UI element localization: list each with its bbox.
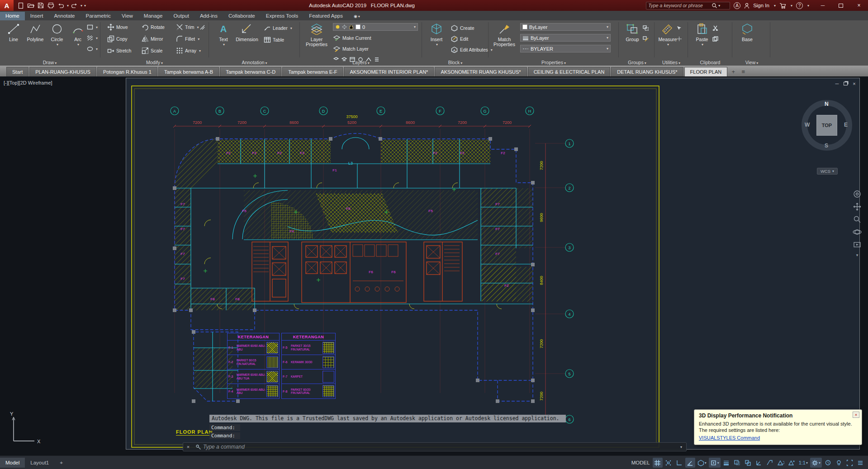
copy-clip-icon[interactable]	[712, 35, 718, 43]
search-input[interactable]	[648, 3, 711, 8]
polyline-button[interactable]: Polyline	[24, 22, 46, 42]
tab-addins[interactable]: Add-ins	[194, 12, 223, 20]
customization-menu-icon[interactable]	[855, 458, 865, 468]
navbar-menu-caret-icon[interactable]: ▾	[856, 253, 859, 257]
new-tab-button[interactable]: +	[728, 67, 738, 76]
tab-parametric[interactable]: Parametric	[81, 12, 117, 20]
annotation-panel-label[interactable]: Annotation▾	[210, 60, 299, 65]
annotation-scale-control[interactable]: 1:1▾	[797, 458, 809, 468]
scale-button[interactable]: Scale	[141, 47, 162, 55]
linetype-dropdown[interactable]: BYLAYER ▾	[520, 45, 611, 52]
recent-commands-caret-icon[interactable]: ▾	[676, 443, 686, 451]
cut-icon[interactable]	[712, 24, 718, 32]
group-edit-icon[interactable]	[642, 35, 649, 43]
block-panel-label[interactable]: Block▾	[423, 60, 487, 65]
arc-button[interactable]: Arc ▾	[67, 22, 89, 47]
file-tab[interactable]: Tampak berwarna A-B	[158, 67, 219, 76]
viewcube-south[interactable]: S	[825, 142, 828, 149]
app-logo-icon[interactable]: A	[0, 0, 14, 11]
file-tab[interactable]: Potongan R.Khusus 1	[97, 67, 157, 76]
lineweight-toggle-icon[interactable]	[721, 458, 731, 468]
tab-output[interactable]: Output	[168, 12, 194, 20]
sign-in-caret-icon[interactable]: ▾	[774, 4, 776, 8]
isodraft-icon[interactable]: ▾	[696, 458, 708, 468]
copy-button[interactable]: Copy	[107, 35, 128, 43]
measure-button[interactable]: Measure ▾	[657, 22, 678, 47]
groups-panel-label[interactable]: Groups▾	[620, 60, 654, 65]
commandline-customize-icon[interactable]	[193, 443, 203, 451]
viewcube-west[interactable]: W	[805, 122, 810, 128]
pan-icon[interactable]	[853, 202, 862, 213]
grid-toggle-icon[interactable]	[653, 458, 663, 468]
qat-menu-caret-icon[interactable]: ▾	[84, 4, 86, 8]
layers-panel-label[interactable]: Layers▾	[301, 60, 421, 65]
new-file-button[interactable]	[16, 1, 25, 9]
open-file-button[interactable]	[26, 1, 35, 9]
drawing-area[interactable]: 7200 7200 8600 5200 8600 7200 7200 37500…	[0, 76, 868, 455]
circle-button[interactable]: Circle ▾	[46, 22, 68, 47]
help-icon[interactable]: ?	[796, 2, 803, 9]
polar-tracking-icon[interactable]	[685, 458, 695, 468]
file-tab[interactable]: Tampak berwarna E-F	[282, 67, 343, 76]
file-tab-floor-plan[interactable]: FLOOR PLAN	[684, 67, 728, 76]
tab-list-button[interactable]: ≡	[738, 67, 748, 76]
new-layout-button[interactable]: +	[54, 458, 68, 468]
ortho-toggle-icon[interactable]	[674, 458, 684, 468]
plot-button[interactable]	[46, 1, 55, 9]
help-search[interactable]: ▾	[646, 2, 730, 9]
file-tab[interactable]: AKSONOMETRI INTERIOR PLAN*	[344, 67, 434, 76]
tab-manage[interactable]: Manage	[138, 12, 168, 20]
file-tab[interactable]: Tampak berwarna C-D	[220, 67, 281, 76]
autodesk-account-icon[interactable]: A	[734, 2, 740, 9]
move-button[interactable]: Move	[107, 23, 128, 31]
rectangle-tool-icon[interactable]: ▾	[87, 23, 98, 31]
dwg-restore-button[interactable]	[842, 81, 849, 86]
match-layer-button[interactable]: Match Layer	[333, 45, 369, 53]
mirror-button[interactable]: Mirror	[141, 35, 163, 43]
undo-caret-icon[interactable]: ▾	[67, 4, 69, 8]
file-tab[interactable]: AKSONOMETRI RUANG KHUSUS*	[435, 67, 526, 76]
minimize-button[interactable]: ─	[814, 0, 832, 11]
dwg-minimize-button[interactable]: ─	[833, 81, 841, 86]
base-button[interactable]: Base	[736, 22, 758, 42]
file-tab-start[interactable]: Start	[6, 67, 28, 76]
clipboard-panel-label[interactable]: Clipboard	[689, 60, 731, 65]
viewcube-east[interactable]: E	[844, 122, 848, 128]
trim-button[interactable]: Trim▾	[175, 23, 199, 31]
search-caret-icon[interactable]: ▾	[718, 4, 720, 8]
layer-properties-button[interactable]: Layer Properties	[304, 22, 329, 47]
isolate-objects-icon[interactable]	[834, 458, 844, 468]
save-button[interactable]	[36, 1, 45, 9]
command-input[interactable]	[203, 444, 676, 450]
array-button[interactable]: Array▾	[175, 47, 201, 55]
group-button[interactable]: Group	[621, 22, 643, 42]
notification-close-icon[interactable]: ×	[853, 412, 859, 418]
line-button[interactable]: Line	[3, 22, 24, 42]
tab-view[interactable]: View	[116, 12, 138, 20]
file-tab[interactable]: PLAN-RUANG-KHUSUS	[29, 67, 96, 76]
edit-block-button[interactable]: Edit	[451, 35, 468, 43]
annotation-visibility-icon[interactable]	[776, 458, 786, 468]
visualstyles-link[interactable]: VISUALSTYLES Command	[699, 435, 760, 441]
color-dropdown[interactable]: ByLayer ▾	[520, 23, 611, 31]
redo-button[interactable]	[70, 1, 79, 9]
floor-plan-canvas[interactable]: 7200 7200 8600 5200 8600 7200 7200 37500…	[0, 76, 868, 455]
object-snap-icon[interactable]: ▾	[709, 458, 721, 468]
edit-attributes-button[interactable]: AEdit Attributes▾	[451, 46, 493, 54]
match-properties-button[interactable]: Match Properties	[492, 22, 517, 47]
cart-caret-icon[interactable]: ▾	[791, 4, 792, 8]
table-button[interactable]: Table	[263, 36, 284, 44]
autoscale-icon[interactable]	[787, 458, 797, 468]
tab-home[interactable]: Home	[0, 12, 25, 20]
layer-dropdown[interactable]: 0 ▾	[333, 23, 418, 31]
id-point-icon[interactable]	[676, 35, 682, 43]
maximize-button[interactable]	[832, 0, 850, 11]
tab-insert[interactable]: Insert	[25, 12, 49, 20]
navigation-wheel-icon[interactable]	[853, 189, 862, 200]
tab-annotate[interactable]: Annotate	[48, 12, 80, 20]
create-block-button[interactable]: Create	[451, 24, 474, 32]
search-icon[interactable]	[711, 3, 717, 9]
model-space-label[interactable]: MODEL	[630, 460, 652, 465]
dwg-close-button[interactable]: ×	[850, 81, 858, 86]
ellipse-tool-icon[interactable]: ▾	[87, 45, 98, 53]
